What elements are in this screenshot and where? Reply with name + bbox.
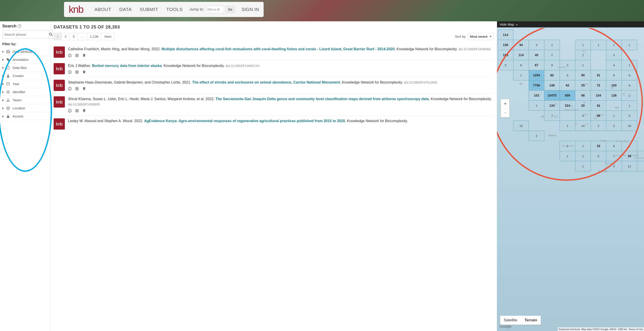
grid-cell[interactable]: 38 <box>590 111 606 121</box>
grid-cell[interactable]: 38 <box>622 151 637 161</box>
grid-cell[interactable]: 20 <box>575 100 591 111</box>
zoom-in-button[interactable]: + <box>501 99 510 108</box>
grid-cell[interactable]: 1 <box>513 70 529 80</box>
grid-cell[interactable]: 1 <box>606 111 622 121</box>
grid-cell[interactable]: 14 <box>575 121 591 131</box>
page-2[interactable]: 2 <box>62 33 70 40</box>
grid-cell[interactable]: 6 <box>575 111 591 121</box>
grid-cell[interactable]: 82 <box>544 70 560 80</box>
data-grid-icon[interactable] <box>75 70 79 75</box>
map-body[interactable]: CanadaUnited StatesMexicoCubaGuatemalaPu… <box>497 28 644 331</box>
filter-creator[interactable]: ▶Creator <box>2 72 48 80</box>
dataset-title-link[interactable]: The Sacramento-San Joaquin Delta genus a… <box>216 97 430 101</box>
grid-cell[interactable]: 9 <box>637 151 644 161</box>
grid-cell[interactable]: 3 <box>606 50 622 60</box>
grid-cell[interactable]: 33 <box>590 141 606 151</box>
grid-cell[interactable]: 2 <box>544 50 560 60</box>
grid-cell[interactable]: 2 <box>529 131 544 141</box>
filter-data-files[interactable]: ▶Data files <box>2 64 48 72</box>
data-grid-icon[interactable] <box>75 54 79 58</box>
grid-cell[interactable]: 10473 <box>544 90 560 101</box>
filter-year[interactable]: ▶Year <box>2 80 48 88</box>
grid-cell[interactable]: 1 <box>575 141 591 151</box>
data-grid-icon[interactable] <box>75 109 79 113</box>
data-grid-icon[interactable] <box>75 87 79 91</box>
grid-cell[interactable]: 8 <box>606 70 622 80</box>
grid-cell[interactable]: 1 <box>590 40 606 50</box>
grid-cell[interactable]: 67 <box>529 60 544 70</box>
grid-cell[interactable]: 1 <box>622 141 637 151</box>
grid-cell[interactable]: 10 <box>513 121 529 131</box>
grid-cell[interactable]: 1254 <box>529 70 544 80</box>
map-pin-icon[interactable] <box>82 70 86 75</box>
info-icon[interactable] <box>68 109 72 113</box>
brand-logo[interactable]: knb <box>69 4 83 15</box>
help-icon[interactable]: ? <box>18 24 21 28</box>
grid-cell[interactable]: 136 <box>606 90 622 101</box>
terms-link[interactable]: Terms of Use <box>628 328 643 330</box>
nav-tools[interactable]: TOOLS <box>166 7 183 12</box>
grid-cell[interactable]: 7796 <box>529 80 544 91</box>
map-pin-icon[interactable] <box>82 109 86 113</box>
terrain-button[interactable]: Terrain <box>521 316 540 325</box>
grid-cell[interactable]: 6 <box>622 70 637 80</box>
filter-taxon[interactable]: ▶Taxon <box>2 96 48 104</box>
grid-cell[interactable]: 11 <box>622 161 637 171</box>
filter-location[interactable]: ▶Location <box>2 104 48 112</box>
grid-cell[interactable]: 3 <box>606 161 622 171</box>
dataset-title-link[interactable]: Burbot mercury data from interior alaska… <box>92 64 163 68</box>
page-next[interactable]: Next <box>102 33 115 40</box>
grid-cell[interactable]: 8 <box>544 60 560 70</box>
grid-cell[interactable]: 45 <box>529 50 544 60</box>
grid-cell[interactable]: 5 <box>622 111 637 121</box>
grid-cell[interactable]: 1 <box>606 151 622 161</box>
search-button[interactable] <box>49 30 53 38</box>
satellite-button[interactable]: Satellite <box>500 316 521 325</box>
grid-cell[interactable]: 31 <box>590 70 606 80</box>
grid-cell[interactable]: 1 <box>575 40 591 50</box>
grid-cell[interactable]: 4 <box>606 60 622 70</box>
grid-cell[interactable]: 5 <box>498 60 514 70</box>
grid-cell[interactable]: 148 <box>544 80 560 91</box>
info-icon[interactable] <box>68 54 72 58</box>
info-icon[interactable] <box>68 70 72 75</box>
grid-cell[interactable]: 25 <box>575 80 591 91</box>
grid-cell[interactable]: 62 <box>560 80 575 91</box>
dataset-title-link[interactable]: The effect of shrubs and exclosures on a… <box>192 80 341 84</box>
jump-to-input[interactable] <box>206 6 224 13</box>
search-input[interactable] <box>2 30 49 38</box>
grid-cell[interactable]: 1 <box>575 151 591 161</box>
grid-cell[interactable]: 136 <box>498 40 514 50</box>
info-icon[interactable] <box>68 87 72 91</box>
grid-cell[interactable]: 1 <box>575 60 591 70</box>
grid-cell[interactable]: 5 <box>560 70 575 80</box>
grid-cell[interactable]: 1 <box>622 100 637 111</box>
grid-cell[interactable]: 1 <box>622 40 637 50</box>
grid-cell[interactable]: 6 <box>606 141 622 151</box>
grid-cell[interactable]: 104 <box>590 90 606 101</box>
grid-cell[interactable]: 1 <box>560 151 575 161</box>
grid-cell[interactable]: 101 <box>529 90 544 101</box>
dataset-title-link[interactable]: AgEvidence Kenya: Agro-environmental res… <box>144 119 346 123</box>
grid-cell[interactable]: 2 <box>544 40 560 50</box>
grid-cell[interactable]: 7 <box>544 111 560 121</box>
grid-cell[interactable]: 98 <box>575 90 591 101</box>
page-1[interactable]: 1 <box>54 33 62 40</box>
nav-data[interactable]: DATA <box>120 7 132 12</box>
grid-cell[interactable]: 659 <box>560 90 575 101</box>
grid-cell[interactable]: 41 <box>590 100 606 111</box>
grid-cell[interactable]: 1 <box>622 60 637 70</box>
hide-map-button[interactable]: Hide Map » <box>497 21 644 28</box>
signin-link[interactable]: SIGN IN <box>242 7 259 12</box>
page-3[interactable]: 3 <box>70 33 78 40</box>
grid-cell[interactable]: 72 <box>590 80 606 91</box>
filter-annotation[interactable]: ▶Annotation <box>2 56 48 64</box>
grid-cell[interactable]: 18 <box>622 121 637 131</box>
filter-access[interactable]: ▶Access <box>2 112 48 120</box>
grid-cell[interactable]: 224 <box>560 100 575 111</box>
grid-cell[interactable]: 188 <box>498 50 514 60</box>
grid-cell[interactable]: 114 <box>513 50 529 60</box>
grid-cell[interactable]: 1 <box>622 90 637 101</box>
grid-cell[interactable]: 2 <box>575 50 591 60</box>
sort-select[interactable]: Most recent <box>468 33 494 40</box>
